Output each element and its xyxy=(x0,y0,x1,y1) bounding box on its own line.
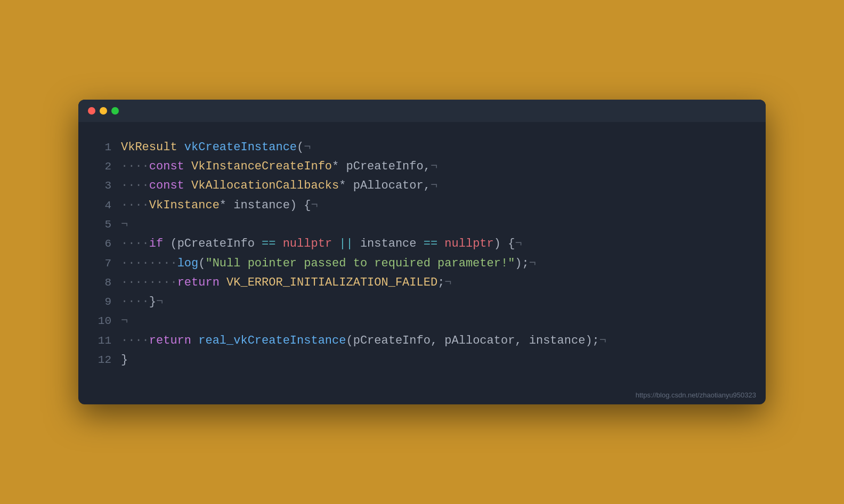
line-number: 3 xyxy=(89,177,111,196)
token: ) xyxy=(585,334,592,347)
close-button[interactable] xyxy=(88,107,95,115)
token: ¬ xyxy=(444,276,451,289)
code-line: 7········log("Null pointer passed to req… xyxy=(89,254,755,273)
token: } xyxy=(121,353,128,367)
token xyxy=(163,237,170,250)
code-content: ········return VK_ERROR_INITIALIZATION_F… xyxy=(121,273,452,292)
token: , xyxy=(515,334,522,347)
code-line: 11····return real_vkCreateInstance(pCrea… xyxy=(89,331,755,351)
token: , xyxy=(424,160,431,173)
code-line: 1VkResult vkCreateInstance(¬ xyxy=(89,138,755,157)
token: VkInstance xyxy=(149,199,220,212)
token: const xyxy=(149,160,184,173)
token: } xyxy=(149,295,156,308)
token: ¬ xyxy=(304,141,311,154)
token xyxy=(501,237,508,250)
token: real_vkCreateInstance xyxy=(198,334,346,347)
url-label: https://blog.csdn.net/zhaotianyu950323 xyxy=(78,391,766,404)
token: pCreateInfo xyxy=(353,334,431,347)
token: ( xyxy=(346,334,353,347)
code-content: ········log("Null pointer passed to requ… xyxy=(121,254,536,273)
code-line: 5¬ xyxy=(89,215,755,234)
token: ) xyxy=(515,257,522,270)
token: nullptr xyxy=(283,237,332,250)
token xyxy=(437,334,444,347)
code-content: ····VkInstance* instance) {¬ xyxy=(121,196,318,215)
token: VkResult xyxy=(121,141,177,154)
code-line: 4····VkInstance* instance) {¬ xyxy=(89,196,755,215)
token xyxy=(255,237,262,250)
token: ; xyxy=(593,334,599,347)
token: , xyxy=(424,179,431,192)
line-number: 10 xyxy=(89,312,111,331)
token: VkInstanceCreateInfo xyxy=(191,160,332,173)
token: ) xyxy=(290,199,297,212)
token: ···· xyxy=(121,199,149,212)
token: log xyxy=(177,257,199,270)
token: pAllocator xyxy=(353,179,424,192)
code-content: ····return real_vkCreateInstance(pCreate… xyxy=(121,331,606,351)
token: ···· xyxy=(121,179,149,192)
code-content: ····const VkInstanceCreateInfo* pCreateI… xyxy=(121,157,437,176)
token xyxy=(275,237,282,250)
token: ········ xyxy=(121,257,177,270)
token: * xyxy=(220,199,226,212)
code-editor: 1VkResult vkCreateInstance(¬2····const V… xyxy=(78,122,766,392)
minimize-button[interactable] xyxy=(100,107,107,115)
token: == xyxy=(262,237,275,250)
code-line: 12} xyxy=(89,351,755,370)
token: { xyxy=(304,199,311,212)
token xyxy=(332,237,339,250)
token: ; xyxy=(522,257,529,270)
line-number: 9 xyxy=(89,293,111,312)
line-number: 11 xyxy=(89,332,111,351)
token xyxy=(191,334,198,347)
token: || xyxy=(339,237,353,250)
token: * xyxy=(339,179,346,192)
line-number: 4 xyxy=(89,197,111,215)
token: VkAllocationCallbacks xyxy=(191,179,339,192)
token: return xyxy=(177,276,220,289)
line-number: 6 xyxy=(89,235,111,254)
token: ········ xyxy=(121,276,177,289)
token xyxy=(346,179,353,192)
line-number: 2 xyxy=(89,158,111,176)
token xyxy=(339,160,346,173)
token: return xyxy=(149,334,191,347)
token: pAllocator xyxy=(444,334,515,347)
titlebar xyxy=(78,100,766,122)
line-number: 8 xyxy=(89,274,111,292)
token: ···· xyxy=(121,237,149,250)
token: ¬ xyxy=(121,218,128,231)
code-line: 9····}¬ xyxy=(89,292,755,312)
token xyxy=(220,276,226,289)
token xyxy=(417,237,424,250)
code-content: ····}¬ xyxy=(121,292,163,312)
token: ¬ xyxy=(431,160,437,173)
token xyxy=(353,237,360,250)
token: pCreateInfo xyxy=(346,160,423,173)
maximize-button[interactable] xyxy=(111,107,119,115)
code-line: 8········return VK_ERROR_INITIALIZATION_… xyxy=(89,273,755,292)
token xyxy=(184,160,191,173)
token: ; xyxy=(437,276,444,289)
token: ( xyxy=(198,257,205,270)
token: , xyxy=(431,334,437,347)
line-number: 12 xyxy=(89,351,111,370)
token: VK_ERROR_INITIALIZATION_FAILED xyxy=(226,276,437,289)
token: vkCreateInstance xyxy=(184,141,297,154)
line-number: 7 xyxy=(89,255,111,273)
token: pCreateInfo xyxy=(177,237,255,250)
token: ( xyxy=(297,141,304,154)
token xyxy=(297,199,304,212)
code-content: ····if (pCreateInfo == nullptr || instan… xyxy=(121,234,522,254)
token: ···· xyxy=(121,160,149,173)
token: == xyxy=(424,237,437,250)
token xyxy=(226,199,233,212)
token: ···· xyxy=(121,295,149,308)
code-content: ¬ xyxy=(121,215,128,234)
token: ) xyxy=(494,237,501,250)
token xyxy=(177,141,184,154)
token: ···· xyxy=(121,334,149,347)
code-line: 6····if (pCreateInfo == nullptr || insta… xyxy=(89,234,755,254)
